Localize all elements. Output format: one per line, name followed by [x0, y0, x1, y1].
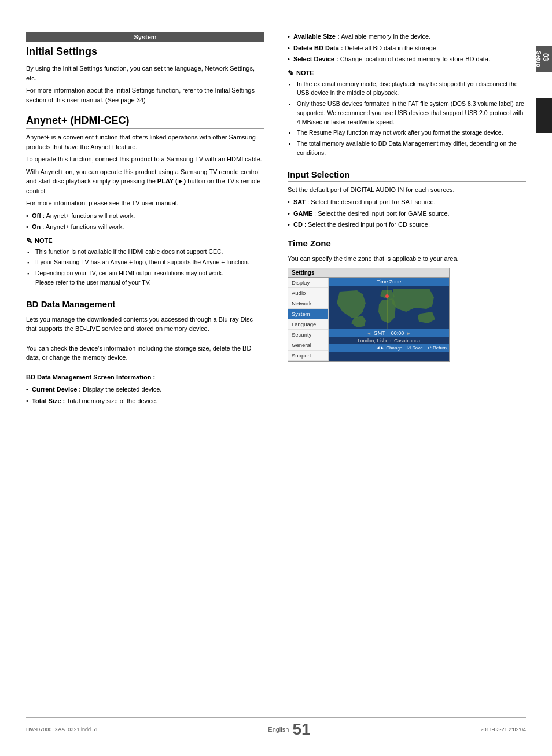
settings-box: Settings Display Audio Network System La…	[288, 268, 450, 362]
menu-display[interactable]: Display	[288, 278, 328, 288]
bd-note-icon: ✎	[288, 69, 294, 78]
anynet-body3: With Anynet+ on, you can operate this pr…	[26, 167, 264, 196]
bd-note: ✎ NOTE In the external memory mode, disc…	[288, 69, 526, 158]
settings-box-body: Display Audio Network System Language Se…	[288, 278, 449, 361]
input-selection-body: Set the default port of DIGITAL AUDIO IN…	[288, 185, 526, 195]
bd-note-item-3: The Resume Play function may not work af…	[288, 128, 526, 138]
menu-audio[interactable]: Audio	[288, 288, 328, 298]
input-selection-title: Input Selection	[288, 169, 526, 182]
svg-point-2	[385, 294, 389, 298]
menu-security[interactable]: Security	[288, 330, 328, 340]
anynet-note-header: ✎ NOTE	[26, 237, 264, 245]
initial-settings-body2: For more information about the Initial S…	[26, 86, 264, 105]
save-control[interactable]: ☑ Save	[407, 345, 422, 351]
time-zone-title: Time Zone	[288, 238, 526, 250]
return-control[interactable]: ↩ Return	[428, 345, 447, 351]
bottom-bar: ◄► Change ☑ Save ↩ Return	[329, 344, 449, 352]
corner-mark-br	[532, 736, 540, 744]
bd-bullet-available: Available Size : Available memory in the…	[288, 32, 526, 42]
right-column: Available Size : Available memory in the…	[285, 32, 526, 407]
gmt-left-arrow: ◄	[367, 331, 371, 336]
page-number-box: English 51	[268, 720, 310, 739]
menu-network[interactable]: Network	[288, 298, 328, 309]
change-control[interactable]: ◄► Change	[376, 345, 402, 351]
anynet-note-item-3: Depending on your TV, certain HDMI outpu…	[26, 269, 264, 287]
anynet-title: Anynet+ (HDMI-CEC)	[26, 115, 264, 129]
side-tab: 03 Setup	[536, 46, 552, 72]
tab-text: Setup	[535, 51, 542, 67]
anynet-body2: To operate this function, connect this p…	[26, 154, 264, 164]
initial-settings-body1: By using the Initial Settings function, …	[26, 64, 264, 83]
bd-data-title: BD Data Management	[26, 299, 264, 311]
corner-mark-bl	[12, 736, 20, 744]
anynet-note-item-1: This function is not available if the HD…	[26, 248, 264, 257]
page-number: 51	[292, 720, 310, 739]
menu-support[interactable]: Support	[288, 351, 328, 361]
bd-note-item-2: Only those USB devices formatted in the …	[288, 99, 526, 127]
english-label: English	[268, 726, 289, 733]
input-bullet-cd: CD : Select the desired input port for C…	[288, 220, 526, 230]
settings-content: Time Zone	[329, 278, 449, 361]
initial-settings-title: Initial Settings	[26, 46, 264, 60]
city-row: London, Lisbon, Casablanca	[329, 337, 449, 344]
footer-date: 2011-03-21 2:02:04	[480, 727, 526, 732]
note-icon: ✎	[26, 237, 32, 245]
corner-mark-tl	[12, 12, 20, 20]
side-tab-dark	[536, 98, 552, 133]
world-map	[329, 286, 449, 329]
settings-menu: Display Audio Network System Language Se…	[288, 278, 329, 361]
menu-language[interactable]: Language	[288, 319, 328, 330]
page-container: 03 Setup System Initial Settings By usin…	[0, 0, 552, 756]
bd-data-body1: Lets you manage the downloaded contents …	[26, 315, 264, 334]
anynet-bullet-off: Off : Anynet+ functions will not work.	[26, 211, 264, 221]
footer-file: HW-D7000_XAA_0321.indd 51	[26, 727, 98, 732]
bd-data-body2: You can check the device's information i…	[26, 344, 264, 363]
anynet-bullet-on: On : Anynet+ functions will work.	[26, 222, 264, 232]
content-area: System Initial Settings By using the Ini…	[0, 0, 552, 430]
anynet-body1: Anynet+ is a convenient function that of…	[26, 132, 264, 152]
bd-note-header: ✎ NOTE	[288, 69, 526, 78]
input-bullet-game: GAME : Select the desired input port for…	[288, 209, 526, 219]
bd-bullet-total: Total Size : Total memory size of the de…	[26, 396, 264, 406]
menu-general[interactable]: General	[288, 340, 328, 351]
gmt-row: ◄ GMT + 00:00 ►	[329, 329, 449, 337]
left-column: System Initial Settings By using the Ini…	[26, 32, 273, 407]
menu-system[interactable]: System	[288, 309, 328, 319]
corner-mark-tr	[532, 12, 540, 20]
anynet-note-item-2: If your Samsung TV has an Anynet+ logo, …	[26, 258, 264, 267]
system-header: System	[26, 32, 264, 42]
anynet-body4: For more information, please see the TV …	[26, 198, 264, 208]
tab-number: 03	[542, 53, 550, 61]
tz-title: Time Zone	[329, 278, 449, 286]
bd-data-screen-info-title: BD Data Management Screen Information :	[26, 373, 264, 382]
gmt-value: GMT + 00:00	[374, 330, 404, 336]
anynet-note: ✎ NOTE This function is not available if…	[26, 237, 264, 287]
bd-note-item-1: In the external memory mode, disc playba…	[288, 80, 526, 98]
input-bullet-sat: SAT : Select the desired input port for …	[288, 197, 526, 207]
page-footer: HW-D7000_XAA_0321.indd 51 English 51 201…	[26, 717, 526, 739]
bd-bullet-current: Current Device : Display the selected de…	[26, 385, 264, 394]
bd-note-item-4: The total memory available to BD Data Ma…	[288, 139, 526, 158]
time-zone-body: You can specify the time zone that is ap…	[288, 254, 526, 264]
settings-box-title: Settings	[288, 268, 449, 278]
bd-bullet-delete: Delete BD Data : Delete all BD data in t…	[288, 43, 526, 53]
bd-bullet-select: Select Device : Change location of desir…	[288, 54, 526, 64]
gmt-right-arrow: ►	[406, 331, 411, 336]
